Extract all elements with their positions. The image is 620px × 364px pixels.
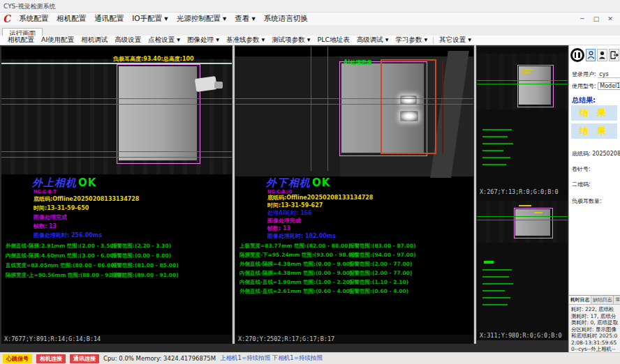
roi-box-orange bbox=[381, 59, 436, 154]
thumbnail-top-pixel-coords: X:267;Y:13;R:0;G:0;B:0 bbox=[477, 188, 568, 197]
log-panel: 耗时日志 缺陷日志 常规日志 耗时: 222, 底纸检测耗时: 17, 底纸分类… bbox=[569, 295, 620, 352]
user-manage-button[interactable] bbox=[597, 49, 607, 61]
log-tabs: 耗时日志 缺陷日志 常规日志 bbox=[569, 296, 620, 305]
ok-result: OK bbox=[78, 176, 96, 189]
login-user-value[interactable]: cys bbox=[598, 71, 620, 78]
pause-button[interactable] bbox=[570, 48, 584, 62]
menu-io-manual-config[interactable]: IO手配置 ▾ bbox=[128, 13, 172, 24]
tool-ai-use-config[interactable]: AI使用配置 bbox=[38, 36, 78, 45]
micro-text-line bbox=[482, 143, 513, 144]
log-tab-normal[interactable]: 常规日志 bbox=[614, 296, 620, 304]
menu-language-switch[interactable]: 系统语言切换 bbox=[260, 13, 312, 24]
alarm-range: 报警范围:(89.00 - 91.00) bbox=[112, 272, 179, 279]
toolbar-separator bbox=[433, 37, 434, 44]
qr-code-row: 二维码: bbox=[572, 181, 591, 188]
thumbnail-camera-view-bottom bbox=[477, 197, 568, 331]
window-controls: ─ □ ✕ bbox=[575, 13, 617, 24]
micro-text-line bbox=[482, 150, 503, 151]
vertical-splitter[interactable] bbox=[232, 45, 235, 344]
tool-learning-params[interactable]: 学习参数 ▾ bbox=[392, 36, 431, 45]
toolbar: 相机配置 AI使用配置 相机调试 高级设置 点检设置 ▾ 图像处理 ▾ 基准线参… bbox=[0, 36, 620, 45]
menu-camera-config[interactable]: 相机配置 bbox=[52, 13, 90, 24]
alarm-range: 报警范围:(0.60 - 4.00) bbox=[349, 288, 408, 295]
micro-ok-label bbox=[484, 261, 494, 264]
paper-code-line: 底纸码:Offline20250208133134728 bbox=[267, 194, 373, 202]
lower-camera-view: AI处理图像 外下相机OK NG:C:B:/0 底纸码:Offline20250… bbox=[235, 47, 473, 335]
total-result-label: 总结果: bbox=[572, 96, 596, 105]
dark-red-edge bbox=[442, 61, 443, 153]
menu-system-config[interactable]: 系统配置 bbox=[15, 13, 52, 24]
measurement-value: 隔膜宽度-下=95.24mm 范围:(93.00 - 98.00) bbox=[239, 252, 358, 259]
reference-line bbox=[477, 220, 568, 220]
alarm-range: 报警范围:(2.00 - 77.00) bbox=[349, 270, 412, 277]
app-window: CYS-视觉检测系统 C 系统配置 相机配置 通讯配置 IO手配置 ▾ 光源控制… bbox=[0, 0, 620, 364]
reference-line bbox=[1, 98, 232, 99]
model-label: 使用型号: bbox=[572, 83, 596, 89]
needle-number-label: 卷针号: bbox=[572, 166, 591, 172]
measurement-row: 内侧直线-直线=1.90mm 范围:(1.00 - 2.20) 报警范围:(1.… bbox=[235, 279, 473, 288]
tool-baseline-params[interactable]: 基准线参数 ▾ bbox=[223, 36, 268, 45]
measurement-value: 外侧直线-隔膜=4.38mm 范围:(0.00 - 9.00) bbox=[239, 261, 352, 268]
micro-label bbox=[534, 212, 542, 213]
measurement-value: 内侧直线-直线=1.90mm 范围:(1.00 - 2.20) bbox=[239, 279, 352, 286]
result-badge-lower: 结 果 bbox=[571, 123, 617, 139]
micro-label bbox=[522, 72, 530, 73]
processing-done-line: 图像处理完成 bbox=[34, 213, 67, 221]
tool-image-processing[interactable]: 图像处理 ▾ bbox=[184, 36, 223, 45]
tool-camera-debug[interactable]: 相机调试 bbox=[78, 36, 111, 45]
menu-light-control-config[interactable]: 光源控制配置 ▾ bbox=[172, 13, 231, 24]
tool-advanced-settings[interactable]: 高级设置 bbox=[111, 36, 145, 45]
time-line: 时间:13-31-59-650 bbox=[34, 204, 89, 212]
window-title: CYS-视觉检测系统 bbox=[3, 3, 56, 10]
reference-line bbox=[477, 80, 568, 81]
paper-code-line: 底纸码:Offline20250208133134728 bbox=[34, 195, 139, 203]
upper-camera-view: 负极耳高度:93.40:总高度:100 外上相机OK NG:C:B:T 底纸码:… bbox=[1, 47, 232, 335]
control-side-panel: 登录用户: cys 使用型号: Model1 总结果: 结 果 结 果 底纸码:… bbox=[568, 45, 620, 352]
tab-height-label: 负极耳高度:93.40:总高度:100 bbox=[113, 55, 194, 63]
menu-comm-config[interactable]: 通讯配置 bbox=[90, 13, 128, 24]
user-login-button[interactable] bbox=[586, 49, 596, 61]
measurement-value: 隔膜宽度-上=90.56mm 范围:(88.00 - 92.00) bbox=[6, 272, 124, 279]
tool-test-params[interactable]: 测试项参数 ▾ bbox=[268, 36, 313, 45]
upper-camera-pixel-coords: X:7677;Y:891;R:14;G:14;B:14 bbox=[1, 335, 232, 344]
measurement-value: 外侧直线-隔膜:2.91mm 范围:(2.00 - 3.50) bbox=[6, 243, 116, 250]
login-user-label: 登录用户: bbox=[572, 71, 596, 77]
tool-plc-address-table[interactable]: PLC地址表 bbox=[314, 36, 353, 45]
reference-line bbox=[1, 157, 232, 158]
needle-number-row: 卷针号: bbox=[572, 165, 591, 173]
tool-advanced-debug[interactable]: 高级调试 ▾ bbox=[353, 36, 392, 45]
reference-line bbox=[1, 151, 232, 152]
micro-text-line bbox=[482, 290, 505, 291]
model-value[interactable]: Model1 bbox=[598, 82, 620, 90]
measurement-row: 直线宽度=83.05mm 范围:(80.00 - 86.00) 报警范围:(81… bbox=[1, 262, 232, 271]
result-badge-upper: 结 果 bbox=[571, 105, 617, 121]
control-buttons bbox=[570, 48, 619, 62]
measurement-row: 外侧直线-直线=2.61mm 范围:(0.60 - 4.00) 报警范围:(0.… bbox=[235, 288, 473, 297]
menu-view[interactable]: 查看 ▾ bbox=[230, 13, 260, 24]
tab-strip: 运行画面 bbox=[0, 25, 620, 36]
log-tab-elapsed[interactable]: 耗时日志 bbox=[569, 296, 591, 304]
reference-vline bbox=[327, 47, 328, 171]
status-bar: 心跳信号 相机连接 通讯连接 Cpu: 0.0% Memory: 3424.41… bbox=[0, 352, 620, 364]
micro-text-line bbox=[482, 283, 513, 285]
micro-text-line bbox=[482, 164, 506, 165]
logout-button[interactable] bbox=[609, 49, 619, 61]
tool-camera-config[interactable]: 相机配置 bbox=[4, 36, 38, 45]
user-dark-icon bbox=[598, 49, 606, 62]
model-row: 使用型号: Model1 bbox=[572, 82, 620, 90]
maximize-button[interactable]: □ bbox=[589, 13, 603, 24]
tool-other-settings[interactable]: 其它设置 ▾ bbox=[436, 36, 475, 45]
micro-text-line bbox=[482, 157, 510, 158]
paper-code-value: 20250208 bbox=[592, 151, 620, 157]
title-bar: CYS-视觉检测系统 bbox=[0, 0, 620, 13]
app-logo-icon: C bbox=[2, 13, 11, 24]
paper-code-label: 底纸码: bbox=[572, 151, 591, 157]
reference-line bbox=[1, 104, 232, 105]
log-tab-defect[interactable]: 缺陷日志 bbox=[591, 296, 614, 304]
camera-mode-status: 上相机1=持续拍照 下相机1=持续拍照 bbox=[220, 354, 323, 363]
close-button[interactable]: ✕ bbox=[603, 13, 617, 24]
micro-text-line bbox=[482, 297, 510, 298]
minimize-button[interactable]: ─ bbox=[575, 13, 589, 24]
vertical-splitter[interactable] bbox=[474, 45, 476, 344]
tool-spot-check[interactable]: 点检设置 ▾ bbox=[145, 36, 184, 45]
